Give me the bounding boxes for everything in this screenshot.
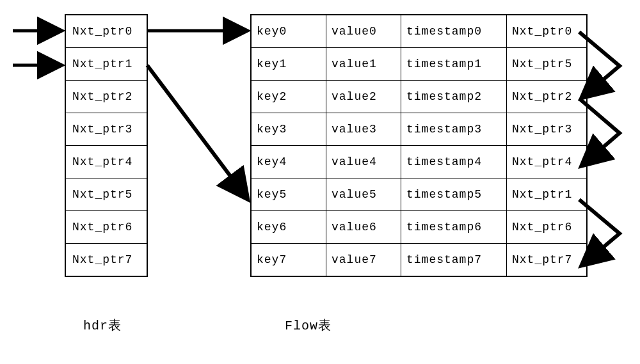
flow-key: key0 xyxy=(251,15,326,48)
flow-ptr: Nxt_ptr4 xyxy=(507,146,588,178)
flow-ts: timestamp0 xyxy=(401,15,507,48)
flow-ptr: Nxt_ptr7 xyxy=(507,244,588,277)
table-row: Nxt_ptr0 xyxy=(65,15,147,48)
table-row: key2 value2 timestamp2 Nxt_ptr2 xyxy=(251,81,587,113)
flow-value: value6 xyxy=(326,211,401,244)
flow-ptr: Nxt_ptr0 xyxy=(507,15,588,48)
hdr-cell: Nxt_ptr4 xyxy=(65,146,147,178)
flow-ptr: Nxt_ptr5 xyxy=(507,48,588,81)
table-row: Nxt_ptr6 xyxy=(65,211,147,244)
flow-value: value1 xyxy=(326,48,401,81)
flow-value: value3 xyxy=(326,113,401,146)
flow-ptr: Nxt_ptr6 xyxy=(507,211,588,244)
flow-label: Flow表 xyxy=(285,317,332,334)
flow-ptr: Nxt_ptr2 xyxy=(507,81,588,113)
flow-value: value7 xyxy=(326,244,401,277)
table-row: key0 value0 timestamp0 Nxt_ptr0 xyxy=(251,15,587,48)
flow-ts: timestamp2 xyxy=(401,81,507,113)
flow-ts: timestamp3 xyxy=(401,113,507,146)
flow-ptr: Nxt_ptr1 xyxy=(507,178,588,211)
flow-ts: timestamp5 xyxy=(401,178,507,211)
flow-key: key1 xyxy=(251,48,326,81)
table-row: Nxt_ptr3 xyxy=(65,113,147,146)
table-row: Nxt_ptr5 xyxy=(65,178,147,211)
table-row: key4 value4 timestamp4 Nxt_ptr4 xyxy=(251,146,587,178)
table-row: key6 value6 timestamp6 Nxt_ptr6 xyxy=(251,211,587,244)
table-row: key1 value1 timestamp1 Nxt_ptr5 xyxy=(251,48,587,81)
hdr-cell: Nxt_ptr0 xyxy=(65,15,147,48)
table-row: key5 value5 timestamp5 Nxt_ptr1 xyxy=(251,178,587,211)
hdr-cell: Nxt_ptr3 xyxy=(65,113,147,146)
flow-key: key3 xyxy=(251,113,326,146)
hdr-table: Nxt_ptr0 Nxt_ptr1 Nxt_ptr2 Nxt_ptr3 Nxt_… xyxy=(65,14,148,277)
table-row: key7 value7 timestamp7 Nxt_ptr7 xyxy=(251,244,587,277)
hdr-cell: Nxt_ptr5 xyxy=(65,178,147,211)
flow-table: key0 value0 timestamp0 Nxt_ptr0 key1 val… xyxy=(250,14,588,277)
flow-key: key4 xyxy=(251,146,326,178)
table-row: key3 value3 timestamp3 Nxt_ptr3 xyxy=(251,113,587,146)
hdr-label: hdr表 xyxy=(83,317,122,334)
flow-ptr: Nxt_ptr3 xyxy=(507,113,588,146)
arrow-icon xyxy=(147,65,247,198)
flow-value: value0 xyxy=(326,15,401,48)
flow-key: key5 xyxy=(251,178,326,211)
flow-key: key2 xyxy=(251,81,326,113)
flow-ts: timestamp7 xyxy=(401,244,507,277)
table-row: Nxt_ptr1 xyxy=(65,48,147,81)
flow-ts: timestamp4 xyxy=(401,146,507,178)
flow-key: key6 xyxy=(251,211,326,244)
flow-value: value2 xyxy=(326,81,401,113)
hdr-cell: Nxt_ptr2 xyxy=(65,81,147,113)
flow-key: key7 xyxy=(251,244,326,277)
table-row: Nxt_ptr7 xyxy=(65,244,147,277)
table-row: Nxt_ptr4 xyxy=(65,146,147,178)
flow-ts: timestamp6 xyxy=(401,211,507,244)
hdr-cell: Nxt_ptr1 xyxy=(65,48,147,81)
flow-value: value5 xyxy=(326,178,401,211)
hdr-cell: Nxt_ptr6 xyxy=(65,211,147,244)
flow-ts: timestamp1 xyxy=(401,48,507,81)
hdr-cell: Nxt_ptr7 xyxy=(65,244,147,277)
flow-value: value4 xyxy=(326,146,401,178)
table-row: Nxt_ptr2 xyxy=(65,81,147,113)
